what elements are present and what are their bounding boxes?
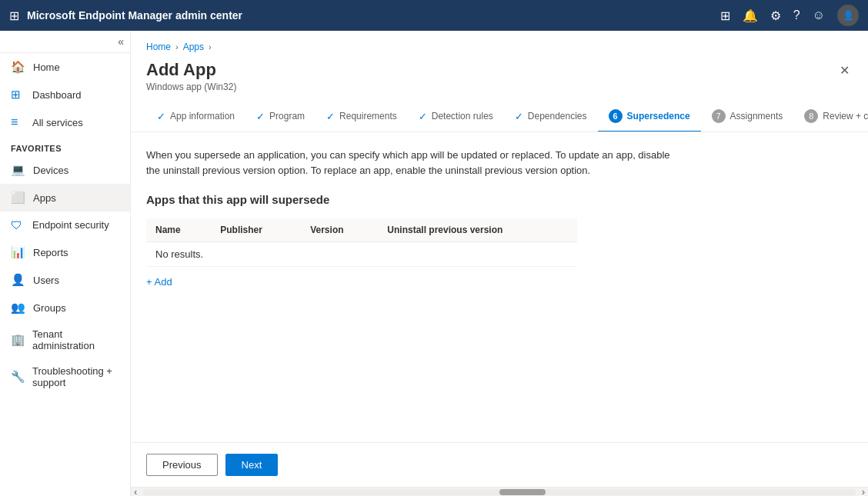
- previous-button[interactable]: Previous: [146, 454, 218, 476]
- step-review-create-label: Review + create: [823, 111, 868, 122]
- step-requirements-label: Requirements: [339, 111, 397, 122]
- sidebar-item-devices[interactable]: 💻 Devices: [0, 156, 130, 184]
- sidebar-item-troubleshooting[interactable]: 🔧 Troubleshooting + support: [0, 358, 130, 395]
- step-assignments-badge: 7: [712, 109, 726, 123]
- favorites-label: FAVORITES: [0, 136, 130, 156]
- windows-logo: ⊞: [9, 8, 19, 23]
- sidebar-item-all-services[interactable]: ≡ All services: [0, 108, 130, 136]
- breadcrumb-sep-1: ›: [175, 42, 179, 52]
- sidebar-item-apps[interactable]: ⬜ Apps: [0, 184, 130, 211]
- sidebar-item-devices-label: Devices: [33, 165, 68, 176]
- check-icon-app-info: ✓: [157, 111, 165, 122]
- page-subtitle: Windows app (Win32): [146, 82, 236, 92]
- close-button[interactable]: ✕: [836, 60, 853, 81]
- scroll-right-arrow[interactable]: ›: [859, 486, 868, 496]
- page-title: Add App: [146, 60, 236, 80]
- check-icon-detection: ✓: [419, 111, 427, 122]
- sidebar-item-users[interactable]: 👤 Users: [0, 266, 130, 294]
- check-icon-program: ✓: [256, 111, 265, 122]
- sidebar-item-troubleshooting-label: Troubleshooting + support: [32, 365, 119, 388]
- step-dependencies[interactable]: ✓ Dependencies: [504, 103, 598, 131]
- grid-icon[interactable]: ⊞: [720, 8, 730, 23]
- devices-icon: 💻: [11, 163, 25, 177]
- step-supersedence-label: Supersedence: [627, 111, 690, 122]
- sidebar-item-reports[interactable]: 📊 Reports: [0, 238, 130, 266]
- steps-bar: ✓ App information ✓ Program ✓ Requiremen…: [131, 102, 868, 132]
- sidebar-item-reports-label: Reports: [33, 247, 68, 258]
- collapse-sidebar-button[interactable]: «: [118, 35, 124, 48]
- emoji-icon[interactable]: ☺: [813, 8, 825, 22]
- page-header: Add App Windows app (Win32) ✕: [131, 57, 868, 102]
- apps-icon: ⬜: [11, 191, 25, 205]
- supersedence-table: Name Publisher Version Uninstall previou…: [146, 218, 577, 267]
- sidebar-item-endpoint-security[interactable]: 🛡 Endpoint security: [0, 211, 130, 238]
- table-header: Name Publisher Version Uninstall previou…: [146, 218, 577, 242]
- step-supersedence[interactable]: 6 Supersedence: [598, 102, 701, 132]
- table-header-row: Name Publisher Version Uninstall previou…: [146, 218, 577, 242]
- scrollbar-area: ‹ ›: [131, 487, 868, 496]
- troubleshooting-icon: 🔧: [11, 370, 25, 384]
- endpoint-security-icon: 🛡: [11, 218, 25, 231]
- col-publisher: Publisher: [211, 218, 301, 242]
- scroll-thumb: [499, 489, 546, 495]
- breadcrumb-home[interactable]: Home: [146, 42, 171, 52]
- bell-icon[interactable]: 🔔: [743, 8, 758, 23]
- main-area: Home › Apps › Add App Windows app (Win32…: [131, 31, 868, 496]
- step-review-create[interactable]: 8 Review + create: [793, 102, 868, 132]
- scroll-left-arrow[interactable]: ‹: [131, 486, 140, 496]
- home-icon: 🏠: [11, 60, 25, 74]
- sidebar: « 🏠 Home ⊞ Dashboard ≡ All services FAVO…: [0, 31, 131, 496]
- groups-icon: 👥: [11, 301, 25, 315]
- users-icon: 👤: [11, 273, 25, 287]
- footer: Previous Next: [131, 442, 868, 487]
- layout: « 🏠 Home ⊞ Dashboard ≡ All services FAVO…: [0, 31, 868, 496]
- sidebar-item-tenant-admin[interactable]: 🏢 Tenant administration: [0, 321, 130, 358]
- section-title: Apps that this app will supersede: [146, 193, 853, 206]
- step-program[interactable]: ✓ Program: [245, 103, 315, 131]
- sidebar-item-home[interactable]: 🏠 Home: [0, 53, 130, 81]
- step-program-label: Program: [269, 111, 305, 122]
- table-empty-row: No results.: [146, 242, 577, 267]
- step-detection-rules-label: Detection rules: [432, 111, 493, 122]
- table-body: No results.: [146, 242, 577, 267]
- reports-icon: 📊: [11, 245, 25, 259]
- step-dependencies-label: Dependencies: [528, 111, 587, 122]
- sidebar-item-apps-label: Apps: [33, 192, 56, 204]
- sidebar-item-endpoint-security-label: Endpoint security: [32, 219, 109, 231]
- page-content: When you supersede an application, you c…: [131, 132, 868, 303]
- step-assignments[interactable]: 7 Assignments: [701, 102, 794, 132]
- sidebar-item-groups-label: Groups: [33, 302, 66, 314]
- gear-icon[interactable]: ⚙: [770, 8, 781, 23]
- sidebar-item-dashboard-label: Dashboard: [32, 89, 82, 101]
- breadcrumb-sep-2: ›: [209, 42, 212, 52]
- breadcrumb-apps[interactable]: Apps: [183, 42, 204, 52]
- add-link[interactable]: + Add: [146, 276, 172, 288]
- content-wrapper: Home › Apps › Add App Windows app (Win32…: [131, 31, 868, 442]
- breadcrumb: Home › Apps ›: [131, 31, 868, 57]
- check-icon-requirements: ✓: [326, 111, 335, 122]
- col-version: Version: [301, 218, 378, 242]
- sidebar-item-home-label: Home: [33, 62, 60, 73]
- all-services-icon: ≡: [11, 115, 25, 129]
- step-app-information[interactable]: ✓ App information: [146, 103, 245, 131]
- app-title: Microsoft Endpoint Manager admin center: [27, 9, 713, 22]
- sidebar-item-all-services-label: All services: [32, 117, 83, 128]
- sidebar-collapse-area: «: [0, 31, 130, 53]
- no-results-text: No results.: [146, 242, 577, 267]
- tenant-admin-icon: 🏢: [11, 333, 25, 347]
- sidebar-item-tenant-admin-label: Tenant administration: [32, 328, 119, 351]
- user-avatar[interactable]: 👤: [837, 5, 859, 26]
- check-icon-dependencies: ✓: [515, 111, 523, 122]
- page-header-text: Add App Windows app (Win32): [146, 60, 236, 92]
- dashboard-icon: ⊞: [11, 88, 25, 102]
- step-requirements[interactable]: ✓ Requirements: [315, 103, 408, 131]
- description-text: When you supersede an application, you c…: [146, 148, 685, 178]
- step-supersedence-badge: 6: [609, 109, 623, 123]
- step-detection-rules[interactable]: ✓ Detection rules: [408, 103, 504, 131]
- sidebar-item-dashboard[interactable]: ⊞ Dashboard: [0, 81, 130, 108]
- step-assignments-label: Assignments: [730, 111, 783, 122]
- help-icon[interactable]: ?: [793, 8, 800, 22]
- sidebar-item-groups[interactable]: 👥 Groups: [0, 294, 130, 321]
- topbar: ⊞ Microsoft Endpoint Manager admin cente…: [0, 0, 868, 31]
- next-button[interactable]: Next: [225, 454, 279, 476]
